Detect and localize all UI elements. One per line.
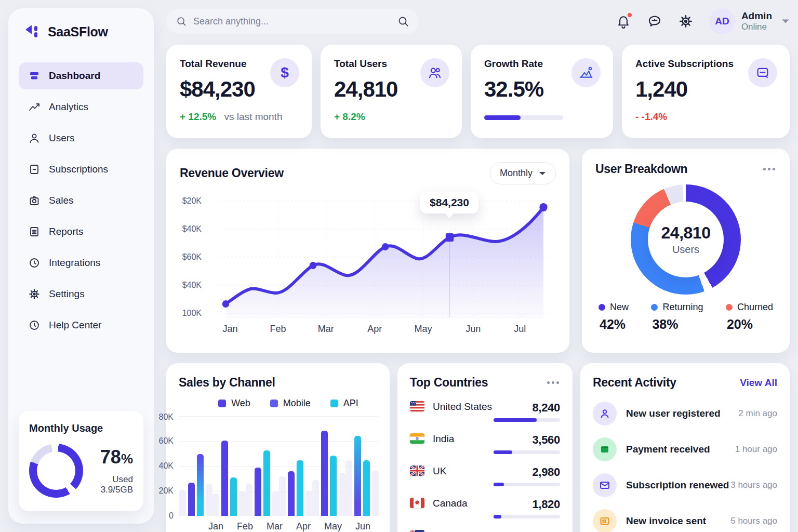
ghost-bar	[312, 480, 319, 516]
x-tick: Jan	[208, 521, 223, 532]
country-bar-track	[494, 418, 560, 422]
legend-item-web: Web	[218, 398, 250, 409]
ghost-bar	[206, 484, 212, 516]
sidebar-item-label: Integrations	[49, 257, 100, 269]
revenue-overview-card: Revenue Overview Monthly $20K $40K $60K …	[166, 149, 569, 353]
monthly-usage-card: Monthly Usage 78% Used 3.9/5GB	[19, 411, 143, 511]
main-content: AD Admin Online Total Revenue $84,230 + …	[166, 8, 790, 524]
x-tick: Mar	[267, 521, 283, 532]
sidebar-item-users[interactable]: Users	[19, 125, 143, 152]
activity-time: 1 hour ago	[735, 444, 777, 455]
brand-name: SaaSFlow	[48, 24, 108, 39]
chevron-down-icon	[539, 171, 546, 176]
delta-up: + 12.5%	[180, 111, 216, 122]
sidebar-item-integrations[interactable]: Integrations	[19, 249, 143, 276]
user-name: Admin	[741, 10, 772, 22]
stat-delta: + 8.2%	[334, 111, 448, 123]
range-select[interactable]: Monthly	[490, 162, 556, 184]
bar-plot-area	[179, 416, 379, 516]
x-axis-labels: Jan Feb Mar Apr May Jun Jul	[207, 324, 556, 339]
web-bar	[188, 483, 195, 516]
uk-flag-icon	[410, 466, 424, 476]
api-bar	[263, 450, 270, 516]
stat-card-active-subscriptions: Active Subscriptions 1,240 - -1.4%	[622, 45, 790, 138]
sidebar-item-help-center[interactable]: Help Center	[19, 312, 143, 339]
dollar-glyph: $	[281, 64, 289, 81]
bar-group-mar	[246, 450, 279, 516]
sidebar-item-sales[interactable]: Sales	[19, 187, 143, 214]
y-tick: 100K	[182, 309, 202, 318]
country-row-india: India 3,560	[410, 433, 560, 454]
ghost-bar	[372, 470, 379, 516]
x-axis-labels: Jan Feb Mar Apr May Jun	[202, 521, 377, 532]
country-bar-track	[494, 483, 560, 486]
legend-label: Mobile	[283, 398, 311, 409]
more-menu-icon[interactable]	[762, 165, 776, 174]
usage-title: Monthly Usage	[29, 422, 133, 434]
analytics-icon	[28, 101, 41, 113]
legend-label: Returning	[662, 302, 703, 313]
sidebar: SaaSFlow Dashboard Analytics Users	[8, 8, 154, 524]
delta-down: - -1.4%	[635, 111, 667, 122]
breakdown-legend: New 42% Returning 38% Churned 20%	[595, 302, 776, 332]
country-name: United States	[433, 401, 492, 413]
bar-group-jun	[345, 436, 379, 516]
reports-icon	[28, 225, 41, 238]
sales-legend: Web Mobile API	[200, 398, 377, 409]
data-point	[382, 243, 389, 250]
bar-group-may	[312, 431, 345, 516]
sidebar-item-label: Dashboard	[49, 70, 100, 82]
donut-center-label: Users	[672, 244, 699, 256]
sidebar-item-reports[interactable]: Reports	[19, 218, 143, 245]
search-input[interactable]	[193, 16, 391, 27]
stat-delta: - -1.4%	[635, 111, 776, 123]
recent-activity-card: Recent Activity View All New user regist…	[580, 363, 790, 532]
activity-time: 5 hours ago	[730, 516, 777, 526]
highlighted-data-point	[446, 233, 454, 242]
legend-item-mobile: Mobile	[270, 398, 311, 409]
sidebar-item-analytics[interactable]: Analytics	[19, 94, 143, 121]
line-chart-svg	[207, 195, 556, 320]
stat-card-growth-rate: Growth Rate 32.5%	[471, 45, 613, 138]
india-flag-icon	[410, 433, 424, 444]
more-menu-icon[interactable]	[546, 378, 560, 387]
us-flag-icon	[410, 401, 424, 411]
help-center-icon	[28, 319, 41, 331]
sidebar-item-dashboard[interactable]: Dashboard	[19, 62, 143, 89]
activity-label: Subscription renewed	[626, 480, 729, 491]
sidebar-item-label: Sales	[49, 195, 74, 206]
web-bar	[354, 436, 361, 516]
topbar-actions: AD Admin Online	[616, 8, 790, 34]
web-bar	[321, 431, 328, 516]
search-bar[interactable]	[166, 9, 419, 34]
settings-button[interactable]	[678, 14, 694, 29]
legend-item-new: New 42%	[598, 302, 629, 332]
web-bar	[288, 471, 295, 516]
user-icon	[593, 402, 617, 425]
ghost-bar	[345, 460, 352, 516]
sidebar-item-subscriptions[interactable]: Subscriptions	[19, 156, 143, 183]
sales-by-channel-card: Sales by Channel Web Mobile API 80K 60K …	[166, 363, 390, 532]
bar-group-jan	[179, 454, 212, 516]
stat-card-total-users: Total Users 24,810 + 8.2%	[321, 45, 462, 138]
saasflow-logo-icon	[24, 24, 42, 39]
ghost-bar	[179, 490, 186, 516]
messages-button[interactable]	[647, 14, 662, 29]
activity-row-new-user: New user registered 2 min ago	[593, 402, 777, 425]
dollar-icon: $	[270, 58, 299, 87]
country-bar-track	[494, 515, 560, 518]
country-row-canada: Canada 1,820	[410, 498, 560, 518]
breakdown-title: User Breakdown	[595, 162, 687, 176]
dashboard-app: SaaSFlow Dashboard Analytics Users	[0, 0, 798, 532]
search-icon-right	[397, 15, 409, 28]
view-all-link[interactable]: View All	[740, 377, 777, 389]
sidebar-item-settings[interactable]: Settings	[19, 281, 143, 308]
user-menu[interactable]: AD Admin Online	[709, 8, 790, 34]
y-tick: $20K	[182, 196, 202, 206]
usage-percent-sign: %	[121, 451, 133, 467]
usage-used-label: Used 3.9/5GB	[91, 473, 133, 495]
country-name: India	[433, 433, 454, 445]
notifications-button[interactable]	[616, 14, 631, 29]
legend-label: Churned	[737, 302, 773, 313]
y-tick: 40K	[159, 461, 174, 471]
